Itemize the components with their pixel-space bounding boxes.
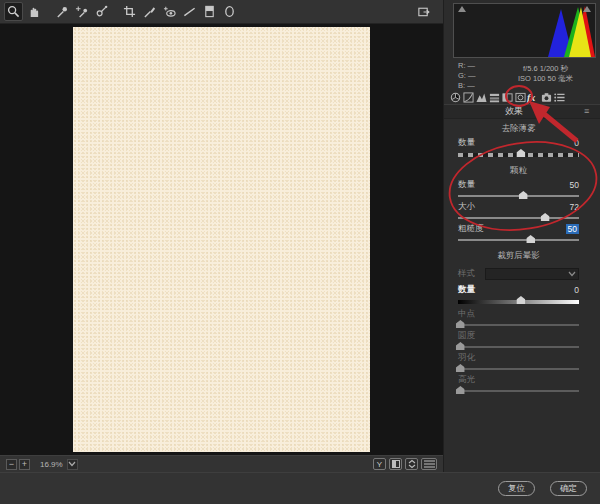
tab-effects[interactable]: fx [527,91,539,103]
vignette-midpoint-thumb [456,320,465,328]
tab-presets[interactable] [553,91,565,103]
zoom-level-dropdown[interactable] [67,459,78,470]
before-after-view-button[interactable]: Y [373,458,386,470]
targeted-adjustment-tool-button[interactable] [92,2,111,21]
color-sampler-tool-button[interactable] [72,2,91,21]
grain-roughness-value[interactable]: 50 [566,224,579,234]
svg-text:fx: fx [527,92,535,103]
dehaze-amount-value[interactable]: 0 [574,138,579,148]
camera-raw-dialog: − + 16.9% Y [0,0,600,504]
vignette-amount-thumb[interactable] [516,296,525,304]
preview-preferences-button[interactable] [421,458,437,470]
tab-hsl-grayscale[interactable] [488,91,500,103]
tab-detail[interactable] [475,91,487,103]
preview-pane [0,0,443,455]
radial-filter-tool-button[interactable] [220,2,239,21]
swap-before-after-button[interactable] [389,458,402,470]
vignette-amount-value[interactable]: 0 [574,285,579,295]
grain-roughness-slider[interactable] [458,239,579,241]
vignette-midpoint-label: 中点 [458,308,475,320]
tool-bar [0,0,443,24]
grain-roughness-thumb[interactable] [526,235,535,243]
zoom-level-value[interactable]: 16.9% [40,460,63,469]
grain-size-slider[interactable] [458,217,579,219]
tab-lens-corrections[interactable] [514,91,526,103]
tab-split-toning[interactable] [501,91,513,103]
vignette-style-dropdown[interactable] [485,268,579,280]
chevron-down-icon [569,272,575,276]
graduated-filter-tool-button[interactable] [200,2,219,21]
vignette-roundness-slider [458,346,579,348]
red-eye-removal-tool-button[interactable] [160,2,179,21]
vignette-feather-slider [458,368,579,370]
grain-roughness-label: 粗糙度 [458,223,484,235]
vignette-amount-slider[interactable] [458,300,579,304]
status-bar: − + 16.9% Y [0,455,443,472]
zoom-out-button[interactable]: − [6,459,17,470]
grain-amount-thumb[interactable] [519,191,528,199]
image-preview-area[interactable] [0,24,443,455]
tab-basic[interactable] [449,91,461,103]
dehaze-section-header: 去除薄雾 [458,123,579,135]
rgb-values: R: — G: — B: — [453,61,495,89]
panel-menu-icon[interactable]: ≡ [584,107,596,116]
exif-exposure: f/5.6 1/200 秒 [495,64,596,74]
highlight-clipping-icon[interactable] [583,6,591,12]
dehaze-amount-label: 数量 [458,137,475,149]
effects-panel-body: 去除薄雾 数量 0 颗粒 数量 50 大小 72 [444,119,600,396]
grain-size-row: 大小 72 [458,201,579,212]
vignette-midpoint-row: 中点 [458,308,579,319]
white-balance-eyedropper-button[interactable] [52,2,71,21]
tab-camera-calibration[interactable] [540,91,552,103]
grain-amount-row: 数量 50 [458,179,579,190]
ok-button[interactable]: 确定 [550,481,587,496]
grain-size-value[interactable]: 72 [570,202,579,212]
vignette-highlight-thumb [456,386,465,394]
grain-amount-value[interactable]: 50 [570,180,579,190]
vignette-style-label: 样式 [458,268,475,280]
vignette-amount-row: 数量 0 [458,284,579,295]
grain-section-header: 颗粒 [458,165,579,177]
grain-amount-slider[interactable] [458,195,579,197]
exif-info: f/5.6 1/200 秒 ISO 100 50 毫米 [495,61,596,89]
rgb-exif-readout: R: — G: — B: — f/5.6 1/200 秒 ISO 100 50 … [453,61,596,89]
adjustment-brush-tool-button[interactable] [140,2,159,21]
vignette-highlight-label: 高光 [458,374,475,386]
vignette-amount-label: 数量 [458,284,475,296]
panel-tabs: fx [449,90,599,104]
dehaze-amount-row: 数量 0 [458,137,579,148]
toggle-fullscreen-icon[interactable] [414,2,433,21]
vignette-highlight-slider [458,390,579,392]
histogram-plot [454,4,595,57]
panel-title: 效果 [444,105,584,118]
dehaze-amount-thumb[interactable] [516,149,525,157]
grain-size-thumb[interactable] [541,213,550,221]
vignette-feather-label: 羽化 [458,352,475,364]
reset-button[interactable]: 复位 [498,481,535,496]
crop-tool-button[interactable] [120,2,139,21]
copy-settings-button[interactable] [405,458,418,470]
vignette-roundness-label: 圆度 [458,330,475,342]
histogram[interactable] [453,3,596,58]
vignette-roundness-thumb [456,342,465,350]
grain-roughness-row: 粗糙度 50 [458,223,579,234]
straighten-tool-button[interactable] [180,2,199,21]
zoom-in-button[interactable]: + [19,459,30,470]
grain-size-label: 大小 [458,201,475,213]
zoom-tool-button[interactable] [4,2,23,21]
vignette-roundness-row: 圆度 [458,330,579,341]
hand-tool-button[interactable] [24,2,43,21]
document-canvas[interactable] [73,27,370,452]
vignette-style-row: 样式 [458,267,579,281]
vignette-midpoint-slider [458,324,579,326]
dialog-footer: 复位 确定 [0,472,600,504]
vignette-highlight-row: 高光 [458,374,579,385]
tab-tone-curve[interactable] [462,91,474,103]
vignette-feather-thumb [456,364,465,372]
vignette-feather-row: 羽化 [458,352,579,363]
shadow-clipping-icon[interactable] [458,6,466,12]
dehaze-amount-slider[interactable] [458,153,579,157]
vignette-section-header: 裁剪后晕影 [458,250,579,262]
adjustments-panel: R: — G: — B: — f/5.6 1/200 秒 ISO 100 50 … [443,0,600,472]
panel-header: 效果 ≡ [444,104,600,119]
